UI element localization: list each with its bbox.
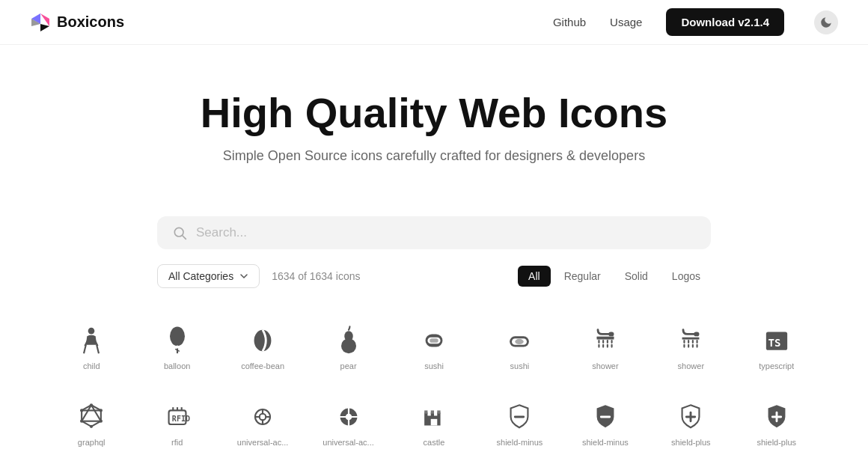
icon-universal-ac1-label: universal-ac...	[237, 438, 288, 447]
icon-universal-ac2-label: universal-ac...	[323, 438, 373, 447]
github-link[interactable]: Github	[553, 16, 586, 28]
icon-row3-5[interactable]	[395, 463, 473, 473]
icon-rfid[interactable]: RFID rfid	[138, 387, 216, 457]
icon-typescript[interactable]: TS typescript	[738, 311, 816, 381]
moon-icon	[819, 16, 833, 29]
filter-bar: All Categories 1634 of 1634 icons All Re…	[142, 264, 726, 288]
svg-point-23	[516, 338, 524, 344]
svg-rect-34	[682, 337, 700, 339]
filter-all-button[interactable]: All	[518, 266, 551, 287]
theme-toggle-button[interactable]	[814, 10, 838, 34]
filter-solid-button[interactable]: Solid	[614, 266, 658, 287]
search-box	[157, 216, 711, 249]
icon-universal-ac1[interactable]: universal-ac...	[224, 387, 302, 457]
svg-rect-67	[431, 410, 434, 413]
icon-row3-3[interactable]	[224, 463, 302, 473]
icon-shower2-label: shower	[678, 361, 704, 370]
svg-rect-24	[608, 332, 614, 336]
hero-section: High Quality Web Icons Simple Open Sourc…	[0, 45, 868, 194]
icon-sushi2-label: sushi	[510, 361, 530, 370]
svg-point-62	[260, 413, 266, 420]
svg-point-11	[170, 326, 185, 346]
svg-text:RFID: RFID	[172, 414, 190, 422]
svg-rect-20	[430, 338, 438, 343]
icon-row3-6[interactable]	[480, 463, 558, 473]
svg-line-5	[183, 235, 186, 239]
search-input[interactable]	[196, 225, 696, 240]
icon-typescript-label: typescript	[759, 361, 794, 370]
filter-regular-button[interactable]: Regular	[554, 266, 611, 287]
icon-sushi2[interactable]: sushi	[480, 311, 558, 381]
icons-grid-row1: child balloon coffee-bean	[52, 311, 816, 381]
icon-shield-plus1-label: shield-plus	[671, 438, 711, 447]
svg-point-17	[341, 338, 356, 353]
svg-point-15	[254, 329, 272, 351]
category-dropdown[interactable]: All Categories	[157, 264, 260, 288]
icons-grid-row3	[52, 463, 816, 473]
icon-count-label: 1634 of 1634 icons	[272, 270, 360, 282]
icon-shield-plus2-label: shield-plus	[757, 438, 796, 447]
icon-row3-2[interactable]	[138, 463, 216, 473]
usage-link[interactable]: Usage	[610, 16, 642, 28]
icon-castle-label: castle	[424, 438, 445, 447]
icon-row3-8[interactable]	[652, 463, 730, 473]
icon-shower1-label: shower	[592, 361, 618, 370]
icon-shield-plus1[interactable]: shield-plus	[652, 387, 730, 457]
icon-shower1[interactable]: shower	[566, 311, 644, 381]
icon-shield-minus1[interactable]: shield-minus	[480, 387, 558, 457]
filter-logos-button[interactable]: Logos	[661, 266, 711, 287]
icon-child[interactable]: child	[52, 311, 130, 381]
icon-row3-1[interactable]	[52, 463, 130, 473]
icon-graphql-label: graphql	[78, 438, 106, 447]
icon-coffee-bean-label: coffee-bean	[241, 361, 284, 370]
filter-left: All Categories 1634 of 1634 icons	[157, 264, 360, 288]
svg-point-14	[176, 345, 179, 348]
icon-sushi1[interactable]: sushi	[395, 311, 473, 381]
hero-subtitle: Simple Open Source icons carefully craft…	[15, 148, 853, 164]
category-label: All Categories	[168, 270, 233, 282]
svg-marker-2	[40, 24, 49, 31]
icon-row3-9[interactable]	[738, 463, 816, 473]
icon-sushi1-label: sushi	[424, 361, 444, 370]
download-button[interactable]: Download v2.1.4	[666, 8, 784, 36]
icon-shield-minus2-label: shield-minus	[582, 438, 629, 447]
search-icon	[172, 225, 187, 240]
svg-point-49	[90, 424, 93, 427]
svg-point-64	[345, 413, 352, 420]
hero-title: High Quality Web Icons	[15, 90, 853, 136]
icon-balloon[interactable]: balloon	[138, 311, 216, 381]
icon-coffee-bean[interactable]: coffee-bean	[224, 311, 302, 381]
icon-row3-7[interactable]	[566, 463, 644, 473]
icon-universal-ac2[interactable]: universal-ac...	[309, 387, 387, 457]
icon-row3-4[interactable]	[309, 463, 387, 473]
icon-shower2[interactable]: shower	[652, 311, 730, 381]
icon-shield-plus2[interactable]: shield-plus	[738, 387, 816, 457]
svg-text:TS: TS	[768, 336, 780, 348]
icon-castle[interactable]: castle	[395, 387, 473, 457]
icon-graphql[interactable]: graphql	[52, 387, 130, 457]
svg-rect-66	[424, 410, 427, 413]
icon-rfid-label: rfid	[171, 438, 183, 447]
search-container	[142, 216, 726, 249]
svg-rect-33	[694, 332, 700, 336]
icon-child-label: child	[83, 361, 100, 370]
icon-shield-minus1-label: shield-minus	[497, 438, 543, 447]
chevron-down-icon	[239, 272, 248, 281]
svg-rect-65	[431, 418, 438, 425]
filter-right: All Regular Solid Logos	[518, 266, 711, 287]
icons-grid-row2: graphql RFID rfid	[52, 387, 816, 457]
icon-pear[interactable]: pear	[309, 311, 387, 381]
icons-section: child balloon coffee-bean	[22, 311, 846, 473]
logo-icon	[30, 12, 51, 33]
icon-balloon-label: balloon	[164, 361, 190, 370]
icon-pear-label: pear	[340, 361, 357, 370]
icon-shield-minus2[interactable]: shield-minus	[566, 387, 644, 457]
svg-rect-68	[437, 410, 440, 413]
svg-point-6	[88, 327, 95, 334]
logo: Boxicons	[30, 12, 124, 33]
nav-links: Github Usage Download v2.1.4	[553, 8, 838, 36]
logo-text: Boxicons	[57, 13, 124, 31]
